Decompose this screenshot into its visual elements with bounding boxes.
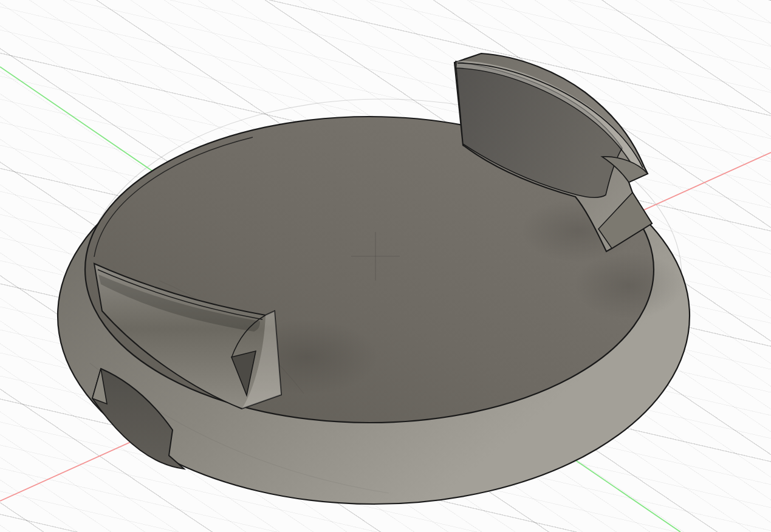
- shadow-tab-below: [574, 252, 684, 319]
- scene-svg: [0, 0, 771, 532]
- viewport-canvas[interactable]: [0, 0, 771, 532]
